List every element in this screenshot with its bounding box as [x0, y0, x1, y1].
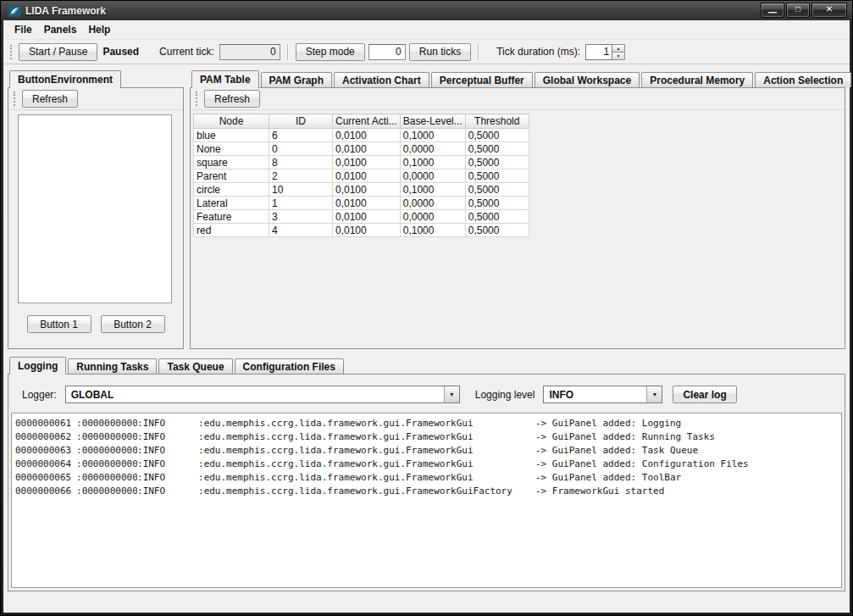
menu-help[interactable]: Help [82, 22, 116, 37]
cell-id[interactable]: 1 [269, 197, 333, 210]
maximize-button[interactable]: □ [786, 3, 810, 18]
start-pause-button[interactable]: Start / Pause [19, 43, 97, 61]
clear-log-button[interactable]: Clear log [673, 386, 736, 403]
pam-toolbar: Refresh [191, 88, 845, 110]
cell-base-level[interactable]: 0,0000 [400, 142, 465, 156]
cell-base-level[interactable]: 0,1000 [400, 156, 465, 169]
toolbar-grip-icon[interactable] [196, 92, 198, 106]
cell-node[interactable]: blue [194, 129, 269, 142]
environment-button-2[interactable]: Button 2 [101, 315, 165, 333]
cell-node[interactable]: Lateral [194, 197, 269, 210]
cell-id[interactable]: 4 [269, 224, 333, 237]
column-header-current-activation[interactable]: Current Acti... [333, 114, 401, 129]
spinner-up-button[interactable]: ▲ [612, 44, 625, 53]
cell-base-level[interactable]: 0,0000 [400, 197, 465, 210]
cell-base-level[interactable]: 0,1000 [400, 183, 465, 197]
cell-id[interactable]: 8 [269, 156, 333, 169]
logging-level-combobox[interactable]: INFO ▼ [543, 386, 662, 403]
cell-node[interactable]: None [194, 142, 269, 156]
tab-pam-graph[interactable]: PAM Graph [261, 72, 332, 87]
table-row[interactable]: blue 6 0,0100 0,1000 0,5000 [194, 129, 529, 142]
cell-current-activation[interactable]: 0,0100 [333, 210, 401, 224]
log-output-area[interactable]: 00000000610000000000INFOedu.memphis.ccrg… [11, 413, 842, 588]
cell-threshold[interactable]: 0,5000 [465, 142, 529, 156]
cell-threshold[interactable]: 0,5000 [465, 169, 529, 183]
spinner-down-button[interactable]: ▼ [612, 53, 625, 60]
cell-node[interactable]: square [194, 156, 269, 169]
run-status-label: Paused [102, 46, 139, 58]
table-row[interactable]: square 8 0,0100 0,1000 0,5000 [194, 156, 529, 169]
tab-running-tasks[interactable]: Running Tasks [68, 358, 157, 374]
tick-duration-spinner[interactable]: 1 ▲ ▼ [585, 44, 625, 60]
log-line: 00000000610000000000INFOedu.memphis.ccrg… [15, 417, 838, 430]
cell-current-activation[interactable]: 0,0100 [333, 142, 401, 156]
logger-combobox[interactable]: GLOBAL ▼ [65, 386, 460, 403]
cell-base-level[interactable]: 0,1000 [400, 224, 465, 237]
tab-pam-table[interactable]: PAM Table [191, 70, 259, 88]
minimize-button[interactable]: — [761, 3, 784, 18]
table-row[interactable]: Parent 2 0,0100 0,0000 0,5000 [194, 169, 529, 183]
cell-node[interactable]: circle [194, 183, 269, 197]
cell-current-activation[interactable]: 0,0100 [333, 224, 401, 237]
cell-id[interactable]: 3 [269, 210, 333, 224]
cell-threshold[interactable]: 0,5000 [465, 183, 529, 197]
cell-base-level[interactable]: 0,1000 [400, 129, 465, 142]
cell-threshold[interactable]: 0,5000 [465, 156, 529, 169]
column-header-base-level[interactable]: Base-Level... [400, 114, 465, 129]
toolbar-grip-icon[interactable] [10, 45, 13, 59]
table-row[interactable]: Lateral 1 0,0100 0,0000 0,5000 [194, 197, 529, 210]
tab-logging[interactable]: Logging [9, 357, 66, 375]
table-row[interactable]: red 4 0,0100 0,1000 0,5000 [194, 224, 529, 237]
cell-current-activation[interactable]: 0,0100 [333, 197, 401, 210]
cell-id[interactable]: 6 [269, 129, 333, 142]
log-source: edu.memphis.ccrg.lida.framework.gui.Fram… [198, 417, 535, 430]
table-row[interactable]: circle 10 0,0100 0,1000 0,5000 [194, 183, 529, 197]
cell-threshold[interactable]: 0,5000 [465, 224, 529, 237]
tab-activation-chart[interactable]: Activation Chart [334, 72, 429, 87]
cell-node[interactable]: Feature [194, 210, 269, 224]
menu-panels[interactable]: Panels [38, 22, 83, 37]
log-message: -> GuiPanel added: Logging [535, 417, 838, 430]
toolbar-grip-icon[interactable] [14, 92, 16, 106]
logger-dropdown-button[interactable]: ▼ [444, 386, 459, 402]
step-mode-button[interactable]: Step mode [296, 43, 365, 61]
column-header-node[interactable]: Node [194, 114, 269, 129]
tab-perceptual-buffer[interactable]: Perceptual Buffer [431, 72, 533, 87]
cell-current-activation[interactable]: 0,0100 [333, 129, 401, 142]
titlebar[interactable]: LIDA Framework — □ ✕ [3, 1, 850, 20]
tab-configuration-files[interactable]: Configuration Files [235, 358, 344, 374]
cell-id[interactable]: 10 [269, 183, 333, 197]
tab-button-environment[interactable]: ButtonEnvironment [9, 70, 121, 88]
tab-procedural-memory[interactable]: Procedural Memory [641, 72, 753, 87]
cell-base-level[interactable]: 0,0000 [400, 169, 465, 183]
cell-current-activation[interactable]: 0,0100 [333, 183, 401, 197]
tab-task-queue[interactable]: Task Queue [158, 358, 232, 374]
tab-global-workspace[interactable]: Global Workspace [535, 72, 640, 87]
cell-id[interactable]: 2 [269, 169, 333, 183]
spinner-down-icon: ▼ [617, 53, 621, 58]
column-header-threshold[interactable]: Threshold [465, 114, 529, 129]
close-button[interactable]: ✕ [811, 3, 847, 18]
cell-base-level[interactable]: 0,0000 [400, 210, 465, 224]
run-ticks-button[interactable]: Run ticks [409, 43, 471, 61]
cell-id[interactable]: 0 [269, 142, 333, 156]
main-toolbar: Start / Pause Paused Current tick: 0 Ste… [3, 40, 850, 64]
pam-refresh-button[interactable]: Refresh [204, 90, 260, 108]
cell-threshold[interactable]: 0,5000 [465, 210, 529, 224]
table-row[interactable]: None 0 0,0100 0,0000 0,5000 [194, 142, 529, 156]
cell-threshold[interactable]: 0,5000 [465, 129, 529, 142]
cell-threshold[interactable]: 0,5000 [465, 197, 529, 210]
column-header-id[interactable]: ID [269, 114, 333, 129]
tab-action-selection[interactable]: Action Selection [755, 72, 851, 87]
cell-current-activation[interactable]: 0,0100 [333, 156, 401, 169]
logging-level-dropdown-button[interactable]: ▼ [646, 386, 662, 402]
table-row[interactable]: Feature 3 0,0100 0,0000 0,5000 [194, 210, 529, 224]
menu-file[interactable]: File [8, 22, 38, 37]
cell-current-activation[interactable]: 0,0100 [333, 169, 401, 183]
environment-refresh-button[interactable]: Refresh [22, 90, 78, 108]
tick-duration-value[interactable]: 1 [585, 44, 612, 60]
environment-button-1[interactable]: Button 1 [27, 315, 91, 333]
run-ticks-field[interactable]: 0 [368, 44, 406, 60]
cell-node[interactable]: Parent [194, 169, 269, 183]
cell-node[interactable]: red [194, 224, 269, 237]
